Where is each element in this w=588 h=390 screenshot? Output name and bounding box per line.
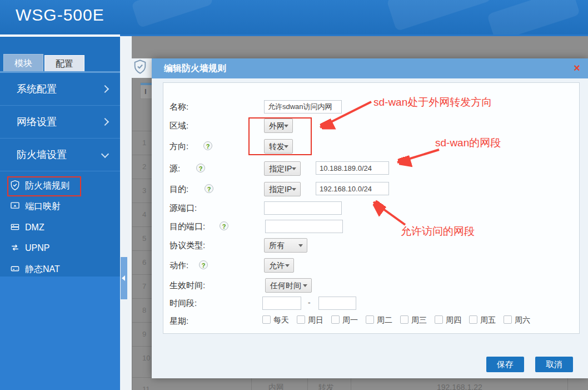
protocol-label: 协议类型: bbox=[170, 240, 205, 251]
checkbox-icon[interactable] bbox=[469, 315, 477, 324]
app-window: WSG-500E 模块 配置 系统配置 网络设置 防火墙设置 防火墙规则 bbox=[0, 0, 588, 390]
time-from-input[interactable] bbox=[262, 297, 301, 310]
dest-port-input[interactable] bbox=[265, 220, 343, 233]
time-range-separator: - bbox=[308, 298, 311, 307]
sidebar-footer-area bbox=[0, 277, 120, 390]
effective-time-label: 生效时间: bbox=[170, 280, 205, 291]
tab-stub-label: I bbox=[144, 87, 147, 96]
sidebar-item-system-config[interactable]: 系统配置 bbox=[0, 73, 120, 106]
sidebar-item-upnp[interactable]: UPNP bbox=[0, 239, 120, 256]
checkbox-icon[interactable] bbox=[400, 315, 408, 324]
checkbox-icon[interactable] bbox=[262, 315, 271, 324]
direction-select[interactable]: 转发 bbox=[264, 139, 293, 154]
table-gridline bbox=[251, 377, 252, 390]
checkbox-icon[interactable] bbox=[331, 315, 340, 324]
chevron-right-icon bbox=[101, 118, 109, 126]
protocol-select[interactable]: 所有 bbox=[264, 238, 307, 253]
tab-modules[interactable]: 模块 bbox=[3, 54, 43, 72]
sidebar-item-port-mapping[interactable]: 端口映射 bbox=[0, 198, 120, 215]
sidebar-item-static-nat[interactable]: 静态NAT bbox=[0, 260, 120, 278]
sidebar-item-firewall-rules[interactable]: 防火墙规则 bbox=[0, 177, 120, 194]
action-select[interactable]: 允许 bbox=[264, 258, 294, 273]
source-label: 源: bbox=[170, 164, 180, 174]
week-option-wednesday[interactable]: 周三 bbox=[400, 315, 427, 325]
table-gridline bbox=[351, 377, 351, 390]
table-gridline bbox=[567, 377, 568, 390]
table-gridline bbox=[307, 377, 308, 390]
name-input[interactable] bbox=[264, 100, 342, 113]
chevron-down-icon bbox=[285, 264, 290, 267]
edit-firewall-rule-dialog: 编辑防火墙规则 × 名称: 区域: 外网 方向: ? 转发 源: ? 指定IP bbox=[152, 58, 588, 378]
week-option-tuesday[interactable]: 周二 bbox=[366, 315, 392, 325]
sidebar-sub-label: DMZ bbox=[25, 219, 44, 236]
header-decoration bbox=[386, 0, 492, 31]
zone-select[interactable]: 外网 bbox=[264, 119, 293, 133]
storage-icon bbox=[9, 263, 21, 274]
week-label: 星期: bbox=[170, 316, 188, 327]
chevron-down-icon bbox=[101, 150, 109, 158]
header-decoration bbox=[131, 0, 213, 28]
sidebar-collapse-handle[interactable] bbox=[121, 257, 127, 299]
header-decoration bbox=[487, 0, 580, 34]
chevron-down-icon bbox=[303, 284, 307, 287]
chevron-down-icon bbox=[284, 125, 288, 127]
sidebar-section-label: 系统配置 bbox=[17, 83, 57, 95]
week-option-friday[interactable]: 周五 bbox=[469, 315, 496, 325]
dest-label: 目的: bbox=[170, 184, 188, 195]
time-to-input[interactable] bbox=[318, 297, 356, 310]
sidebar-sub-label: 端口映射 bbox=[25, 198, 61, 215]
collapse-left-icon bbox=[122, 275, 125, 281]
sidebar-sub-label: UPNP bbox=[25, 239, 49, 256]
week-option-everyday[interactable]: 每天 bbox=[262, 315, 289, 325]
checkbox-icon[interactable] bbox=[435, 315, 443, 324]
chevron-down-icon bbox=[292, 188, 296, 191]
direction-select-value: 转发 bbox=[269, 142, 285, 151]
screen-share-icon bbox=[9, 200, 21, 211]
checkbox-icon[interactable] bbox=[366, 315, 374, 324]
help-icon[interactable]: ? bbox=[199, 260, 208, 269]
table-cell-direction: 转发 bbox=[318, 383, 334, 390]
dest-ip-input[interactable] bbox=[316, 182, 389, 195]
checkbox-icon[interactable] bbox=[504, 315, 512, 324]
sidebar: 模块 配置 系统配置 网络设置 防火墙设置 防火墙规则 bbox=[0, 37, 120, 390]
week-option-sunday[interactable]: 周日 bbox=[297, 315, 323, 325]
source-port-input[interactable] bbox=[264, 201, 342, 215]
help-icon[interactable]: ? bbox=[205, 184, 213, 193]
chevron-down-icon bbox=[292, 167, 296, 170]
table-cell-address: 192.168.1.22 bbox=[437, 383, 482, 390]
effective-time-select[interactable]: 任何时间 bbox=[265, 278, 312, 293]
protocol-select-value: 所有 bbox=[269, 241, 285, 250]
firewall-page-shield-icon bbox=[132, 59, 148, 75]
sidebar-sub-label: 静态NAT bbox=[25, 260, 60, 278]
sidebar-item-network-settings[interactable]: 网络设置 bbox=[0, 106, 120, 139]
server-icon bbox=[9, 221, 21, 233]
direction-label: 方向: bbox=[170, 141, 188, 152]
save-button[interactable]: 保存 bbox=[486, 357, 524, 372]
dialog-form-panel bbox=[163, 82, 580, 334]
app-title: WSG-500E bbox=[16, 6, 104, 24]
sidebar-sub-label: 防火墙规则 bbox=[25, 177, 69, 194]
dialog-title: 编辑防火墙规则 bbox=[164, 63, 226, 75]
week-option-thursday[interactable]: 周四 bbox=[435, 315, 461, 325]
chevron-down-icon bbox=[298, 244, 303, 247]
sidebar-item-firewall-settings[interactable]: 防火墙设置 bbox=[0, 139, 120, 171]
dimmed-overlay-top bbox=[132, 36, 588, 58]
checkbox-icon[interactable] bbox=[297, 315, 305, 324]
table-cell-zone: 内网 bbox=[268, 383, 284, 390]
dest-mode-select[interactable]: 指定IP bbox=[264, 182, 301, 196]
source-mode-select[interactable]: 指定IP bbox=[264, 161, 301, 176]
week-option-saturday[interactable]: 周六 bbox=[504, 315, 530, 325]
help-icon[interactable]: ? bbox=[196, 164, 205, 172]
week-option-monday[interactable]: 周一 bbox=[331, 315, 358, 325]
zone-select-value: 外网 bbox=[269, 121, 285, 130]
close-icon[interactable]: × bbox=[574, 62, 580, 74]
action-select-value: 允许 bbox=[269, 261, 285, 270]
help-icon[interactable]: ? bbox=[203, 141, 212, 150]
cancel-button[interactable]: 取消 bbox=[535, 357, 573, 372]
help-icon[interactable]: ? bbox=[220, 221, 228, 230]
sidebar-item-dmz[interactable]: DMZ bbox=[0, 219, 120, 236]
shield-check-icon bbox=[9, 180, 21, 191]
tab-config[interactable]: 配置 bbox=[44, 55, 84, 72]
source-mode-value: 指定IP bbox=[269, 164, 292, 173]
source-ip-input[interactable] bbox=[316, 161, 389, 175]
